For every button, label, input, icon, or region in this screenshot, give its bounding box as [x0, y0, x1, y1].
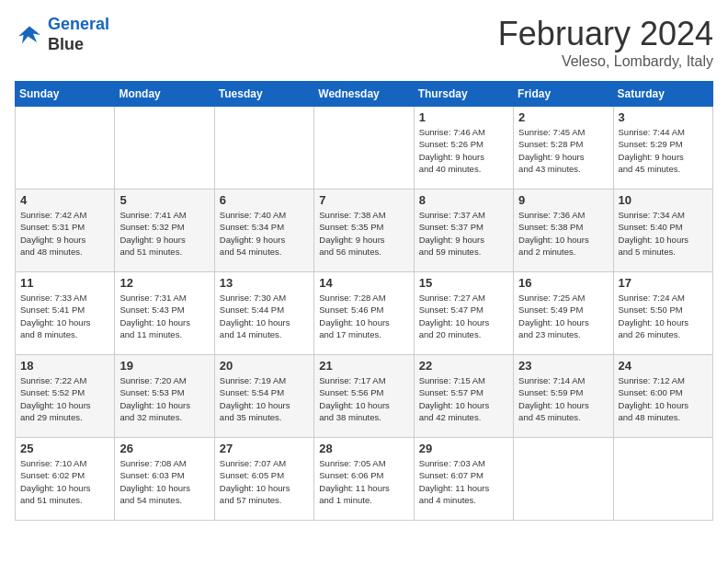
day-info: Sunrise: 7:41 AM Sunset: 5:32 PM Dayligh… [119, 209, 209, 258]
calendar-cell: 2Sunrise: 7:45 AM Sunset: 5:28 PM Daylig… [514, 107, 613, 190]
day-number: 13 [220, 276, 309, 290]
day-number: 5 [119, 193, 209, 207]
day-info: Sunrise: 7:44 AM Sunset: 5:29 PM Dayligh… [619, 126, 708, 175]
calendar-cell: 26Sunrise: 7:08 AM Sunset: 6:03 PM Dayli… [115, 438, 214, 521]
day-info: Sunrise: 7:31 AM Sunset: 5:43 PM Dayligh… [119, 292, 209, 340]
day-info: Sunrise: 7:30 AM Sunset: 5:44 PM Dayligh… [220, 292, 309, 340]
day-number: 16 [518, 276, 608, 290]
calendar-table: SundayMondayTuesdayWednesdayThursdayFrid… [15, 81, 713, 521]
day-info: Sunrise: 7:20 AM Sunset: 5:53 PM Dayligh… [119, 374, 209, 423]
day-number: 11 [20, 276, 109, 290]
month-title: February 2024 [498, 15, 713, 53]
day-number: 7 [319, 193, 408, 207]
day-info: Sunrise: 7:03 AM Sunset: 6:07 PM Dayligh… [419, 457, 508, 506]
calendar-cell: 23Sunrise: 7:14 AM Sunset: 5:59 PM Dayli… [514, 355, 613, 438]
calendar-cell [214, 107, 313, 190]
page-header: General Blue February 2024 Veleso, Lomba… [15, 15, 713, 70]
calendar-cell: 12Sunrise: 7:31 AM Sunset: 5:43 PM Dayli… [115, 272, 214, 355]
logo-line1: General [48, 15, 109, 33]
day-number: 10 [619, 193, 708, 207]
calendar-cell: 13Sunrise: 7:30 AM Sunset: 5:44 PM Dayli… [214, 272, 313, 355]
day-info: Sunrise: 7:25 AM Sunset: 5:49 PM Dayligh… [518, 292, 608, 340]
calendar-cell: 8Sunrise: 7:37 AM Sunset: 5:37 PM Daylig… [414, 190, 513, 272]
day-number: 14 [319, 276, 408, 290]
calendar-cell: 6Sunrise: 7:40 AM Sunset: 5:34 PM Daylig… [214, 190, 313, 272]
weekday-header-monday: Monday [115, 82, 214, 107]
calendar-cell: 3Sunrise: 7:44 AM Sunset: 5:29 PM Daylig… [613, 107, 712, 190]
weekday-header-saturday: Saturday [613, 82, 712, 107]
day-info: Sunrise: 7:33 AM Sunset: 5:41 PM Dayligh… [20, 292, 109, 340]
calendar-cell [314, 107, 414, 190]
weekday-header-tuesday: Tuesday [214, 82, 313, 107]
calendar-cell: 7Sunrise: 7:38 AM Sunset: 5:35 PM Daylig… [314, 190, 414, 272]
weekday-header-thursday: Thursday [414, 82, 513, 107]
calendar-cell: 15Sunrise: 7:27 AM Sunset: 5:47 PM Dayli… [414, 272, 513, 355]
calendar-cell: 9Sunrise: 7:36 AM Sunset: 5:38 PM Daylig… [514, 190, 613, 272]
day-info: Sunrise: 7:08 AM Sunset: 6:03 PM Dayligh… [119, 457, 209, 506]
day-info: Sunrise: 7:24 AM Sunset: 5:50 PM Dayligh… [619, 292, 708, 340]
calendar-cell: 4Sunrise: 7:42 AM Sunset: 5:31 PM Daylig… [16, 190, 115, 272]
calendar-cell: 20Sunrise: 7:19 AM Sunset: 5:54 PM Dayli… [214, 355, 313, 438]
calendar-cell [613, 438, 712, 521]
day-info: Sunrise: 7:28 AM Sunset: 5:46 PM Dayligh… [319, 292, 408, 340]
day-info: Sunrise: 7:10 AM Sunset: 6:02 PM Dayligh… [20, 457, 109, 506]
logo-text: General Blue [48, 15, 109, 54]
day-number: 18 [20, 359, 109, 373]
day-info: Sunrise: 7:19 AM Sunset: 5:54 PM Dayligh… [220, 374, 309, 423]
calendar-cell: 24Sunrise: 7:12 AM Sunset: 6:00 PM Dayli… [613, 355, 712, 438]
day-info: Sunrise: 7:36 AM Sunset: 5:38 PM Dayligh… [518, 209, 608, 258]
calendar-cell: 29Sunrise: 7:03 AM Sunset: 6:07 PM Dayli… [414, 438, 513, 521]
location-subtitle: Veleso, Lombardy, Italy [498, 53, 713, 70]
calendar-cell: 21Sunrise: 7:17 AM Sunset: 5:56 PM Dayli… [314, 355, 414, 438]
day-info: Sunrise: 7:17 AM Sunset: 5:56 PM Dayligh… [319, 374, 408, 423]
calendar-cell: 14Sunrise: 7:28 AM Sunset: 5:46 PM Dayli… [314, 272, 414, 355]
day-number: 22 [419, 359, 508, 373]
title-block: February 2024 Veleso, Lombardy, Italy [498, 15, 713, 70]
calendar-cell: 16Sunrise: 7:25 AM Sunset: 5:49 PM Dayli… [514, 272, 613, 355]
calendar-cell: 5Sunrise: 7:41 AM Sunset: 5:32 PM Daylig… [115, 190, 214, 272]
day-info: Sunrise: 7:37 AM Sunset: 5:37 PM Dayligh… [419, 209, 508, 258]
day-number: 12 [119, 276, 209, 290]
day-number: 24 [619, 359, 708, 373]
logo: General Blue [15, 15, 109, 54]
calendar-cell: 17Sunrise: 7:24 AM Sunset: 5:50 PM Dayli… [613, 272, 712, 355]
calendar-cell [16, 107, 115, 190]
day-number: 1 [419, 110, 508, 124]
day-number: 3 [619, 110, 708, 124]
day-info: Sunrise: 7:12 AM Sunset: 6:00 PM Dayligh… [619, 374, 708, 423]
weekday-header-sunday: Sunday [16, 82, 115, 107]
day-number: 28 [319, 442, 408, 455]
calendar-cell: 28Sunrise: 7:05 AM Sunset: 6:06 PM Dayli… [314, 438, 414, 521]
day-info: Sunrise: 7:22 AM Sunset: 5:52 PM Dayligh… [20, 374, 109, 423]
day-number: 29 [419, 442, 508, 455]
day-number: 25 [20, 442, 109, 455]
day-info: Sunrise: 7:05 AM Sunset: 6:06 PM Dayligh… [319, 457, 408, 506]
day-info: Sunrise: 7:46 AM Sunset: 5:26 PM Dayligh… [419, 126, 508, 175]
calendar-cell: 19Sunrise: 7:20 AM Sunset: 5:53 PM Dayli… [115, 355, 214, 438]
calendar-cell: 11Sunrise: 7:33 AM Sunset: 5:41 PM Dayli… [16, 272, 115, 355]
logo-line2: Blue [48, 35, 109, 55]
calendar-cell: 1Sunrise: 7:46 AM Sunset: 5:26 PM Daylig… [414, 107, 513, 190]
weekday-header-wednesday: Wednesday [314, 82, 414, 107]
day-number: 21 [319, 359, 408, 373]
day-number: 4 [20, 193, 109, 207]
day-info: Sunrise: 7:40 AM Sunset: 5:34 PM Dayligh… [220, 209, 309, 258]
calendar-cell: 25Sunrise: 7:10 AM Sunset: 6:02 PM Dayli… [16, 438, 115, 521]
day-number: 15 [419, 276, 508, 290]
day-number: 8 [419, 193, 508, 207]
calendar-cell: 10Sunrise: 7:34 AM Sunset: 5:40 PM Dayli… [613, 190, 712, 272]
day-info: Sunrise: 7:45 AM Sunset: 5:28 PM Dayligh… [518, 126, 608, 175]
weekday-header-friday: Friday [514, 82, 613, 107]
day-number: 9 [518, 193, 608, 207]
day-info: Sunrise: 7:14 AM Sunset: 5:59 PM Dayligh… [518, 374, 608, 423]
day-number: 2 [518, 110, 608, 124]
day-info: Sunrise: 7:42 AM Sunset: 5:31 PM Dayligh… [20, 209, 109, 258]
calendar-cell: 22Sunrise: 7:15 AM Sunset: 5:57 PM Dayli… [414, 355, 513, 438]
calendar-cell [115, 107, 214, 190]
day-info: Sunrise: 7:34 AM Sunset: 5:40 PM Dayligh… [619, 209, 708, 258]
day-number: 23 [518, 359, 608, 373]
day-number: 17 [619, 276, 708, 290]
day-number: 6 [220, 193, 309, 207]
calendar-cell: 18Sunrise: 7:22 AM Sunset: 5:52 PM Dayli… [16, 355, 115, 438]
calendar-cell [514, 438, 613, 521]
